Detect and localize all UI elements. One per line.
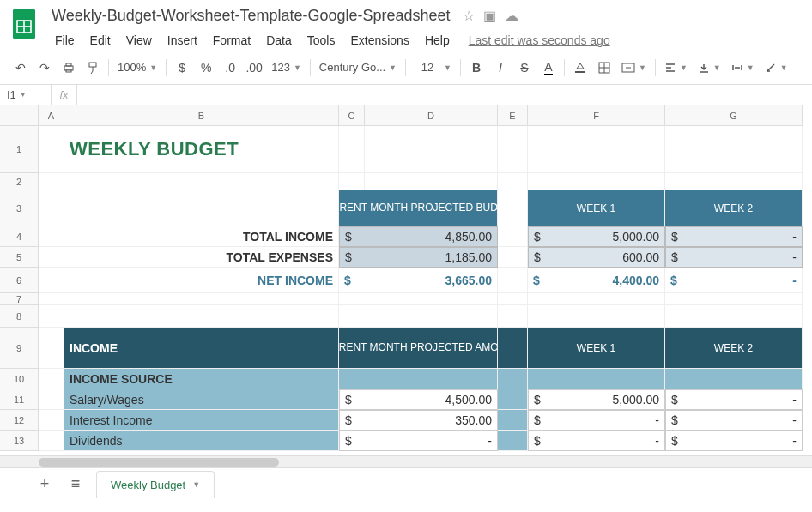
cell-F8[interactable] bbox=[528, 305, 665, 328]
interest-w2[interactable]: $- bbox=[665, 410, 803, 431]
row-header-8[interactable]: 8 bbox=[0, 305, 39, 328]
total-expenses-label[interactable]: TOTAL EXPENSES bbox=[64, 247, 339, 268]
cell-CD7[interactable] bbox=[339, 293, 498, 305]
menu-data[interactable]: Data bbox=[259, 30, 299, 51]
interest-label[interactable]: Interest Income bbox=[64, 410, 339, 431]
cell-B2[interactable] bbox=[64, 173, 339, 190]
page-title[interactable]: WEEKLY BUDGET bbox=[64, 126, 339, 173]
col-header-D[interactable]: D bbox=[365, 105, 498, 126]
col-header-A[interactable]: A bbox=[39, 105, 64, 126]
horizontal-scrollbar[interactable] bbox=[0, 455, 812, 467]
select-all-corner[interactable] bbox=[0, 105, 39, 126]
dividends-label[interactable]: Dividends bbox=[64, 431, 339, 451]
decrease-decimal-icon[interactable]: .0 bbox=[218, 56, 242, 80]
cell-D1[interactable] bbox=[365, 126, 498, 173]
last-edit[interactable]: Last edit was seconds ago bbox=[469, 33, 610, 47]
cell-B7[interactable] bbox=[64, 293, 339, 305]
sheet-tab-weekly-budget[interactable]: Weekly Budget ▼ bbox=[96, 471, 215, 498]
dividends-proj[interactable]: $- bbox=[339, 431, 498, 451]
cell-A12[interactable] bbox=[39, 410, 64, 431]
increase-decimal-icon[interactable]: .00 bbox=[242, 56, 266, 80]
font-dropdown[interactable]: Century Go...▼ bbox=[314, 56, 402, 80]
percent-icon[interactable]: % bbox=[194, 56, 218, 80]
cell-E12[interactable] bbox=[498, 410, 528, 431]
col-header-C[interactable]: C bbox=[339, 105, 365, 126]
cell-A2[interactable] bbox=[39, 173, 64, 190]
income-proj-header[interactable]: CURRENT MONTH PROJECTED AMOUNT bbox=[339, 328, 498, 369]
cell-A13[interactable] bbox=[39, 431, 64, 451]
currency-icon[interactable]: $ bbox=[170, 56, 194, 80]
star-icon[interactable]: ☆ bbox=[463, 8, 475, 24]
income-w2-header[interactable]: WEEK 2 bbox=[665, 328, 803, 369]
cell-A7[interactable] bbox=[39, 293, 64, 305]
cell-F1[interactable] bbox=[528, 126, 665, 173]
cell-A1[interactable] bbox=[39, 126, 64, 173]
cell-F10[interactable] bbox=[528, 369, 665, 389]
cell-E2[interactable] bbox=[498, 173, 528, 190]
zoom-dropdown[interactable]: 100%▼ bbox=[112, 56, 162, 80]
all-sheets-icon[interactable]: ≡ bbox=[65, 475, 86, 493]
cell-E1[interactable] bbox=[498, 126, 528, 173]
menu-tools[interactable]: Tools bbox=[300, 30, 342, 51]
print-icon[interactable] bbox=[57, 56, 81, 80]
cell-CD8[interactable] bbox=[339, 305, 498, 328]
menu-extensions[interactable]: Extensions bbox=[343, 30, 415, 51]
paint-format-icon[interactable] bbox=[81, 56, 105, 80]
total-income-w1[interactable]: $5,000.00 bbox=[528, 226, 665, 247]
cell-D2[interactable] bbox=[365, 173, 498, 190]
cell-E6[interactable] bbox=[498, 268, 528, 293]
cell-C1[interactable] bbox=[339, 126, 365, 173]
cell-E10[interactable] bbox=[498, 369, 528, 389]
row-header-11[interactable]: 11 bbox=[0, 389, 39, 410]
cell-A5[interactable] bbox=[39, 247, 64, 268]
cell-A4[interactable] bbox=[39, 226, 64, 247]
cell-E13[interactable] bbox=[498, 431, 528, 451]
menu-insert[interactable]: Insert bbox=[161, 30, 204, 51]
net-income-proj[interactable]: $3,665.00 bbox=[339, 268, 498, 293]
row-header-13[interactable]: 13 bbox=[0, 431, 39, 451]
cell-E5[interactable] bbox=[498, 247, 528, 268]
header-projected-budget[interactable]: CURRENT MONTH PROJECTED BUDGET bbox=[339, 190, 498, 226]
income-source-header[interactable]: INCOME SOURCE bbox=[64, 369, 339, 389]
net-income-w2[interactable]: $- bbox=[665, 268, 803, 293]
menu-format[interactable]: Format bbox=[206, 30, 258, 51]
cell-G8[interactable] bbox=[665, 305, 803, 328]
cell-C2[interactable] bbox=[339, 173, 365, 190]
total-expenses-w1[interactable]: $600.00 bbox=[528, 247, 665, 268]
italic-icon[interactable]: I bbox=[488, 56, 512, 80]
cell-F2[interactable] bbox=[528, 173, 665, 190]
salary-label[interactable]: Salary/Wages bbox=[64, 389, 339, 410]
undo-icon[interactable]: ↶ bbox=[9, 56, 33, 80]
header-week1[interactable]: WEEK 1 bbox=[528, 190, 665, 226]
cell-E7[interactable] bbox=[498, 293, 528, 305]
menu-help[interactable]: Help bbox=[418, 30, 457, 51]
col-header-E[interactable]: E bbox=[498, 105, 528, 126]
total-expenses-w2[interactable]: $- bbox=[665, 247, 803, 268]
valign-dropdown[interactable]: ▼ bbox=[693, 56, 726, 80]
menu-edit[interactable]: Edit bbox=[83, 30, 118, 51]
scrollbar-thumb[interactable] bbox=[39, 458, 279, 467]
cell-E11[interactable] bbox=[498, 389, 528, 410]
total-income-w2[interactable]: $- bbox=[665, 226, 803, 247]
total-income-proj[interactable]: $4,850.00 bbox=[339, 226, 498, 247]
cell-CD10[interactable] bbox=[339, 369, 498, 389]
cell-G10[interactable] bbox=[665, 369, 803, 389]
cell-A10[interactable] bbox=[39, 369, 64, 389]
number-format-dropdown[interactable]: 123▼ bbox=[266, 56, 306, 80]
salary-w1[interactable]: $5,000.00 bbox=[528, 389, 665, 410]
row-header-12[interactable]: 12 bbox=[0, 410, 39, 431]
net-income-label[interactable]: NET INCOME bbox=[64, 268, 339, 293]
cell-G2[interactable] bbox=[665, 173, 803, 190]
cell-A6[interactable] bbox=[39, 268, 64, 293]
menu-view[interactable]: View bbox=[119, 30, 159, 51]
cell-A3[interactable] bbox=[39, 190, 64, 226]
move-icon[interactable]: ▣ bbox=[483, 8, 496, 24]
borders-icon[interactable] bbox=[592, 56, 616, 80]
fill-color-icon[interactable] bbox=[568, 56, 592, 80]
row-header-2[interactable]: 2 bbox=[0, 173, 39, 190]
row-header-4[interactable]: 4 bbox=[0, 226, 39, 247]
cell-E8[interactable] bbox=[498, 305, 528, 328]
interest-proj[interactable]: $350.00 bbox=[339, 410, 498, 431]
cell-E9[interactable] bbox=[498, 328, 528, 369]
cloud-icon[interactable]: ☁ bbox=[505, 8, 518, 24]
